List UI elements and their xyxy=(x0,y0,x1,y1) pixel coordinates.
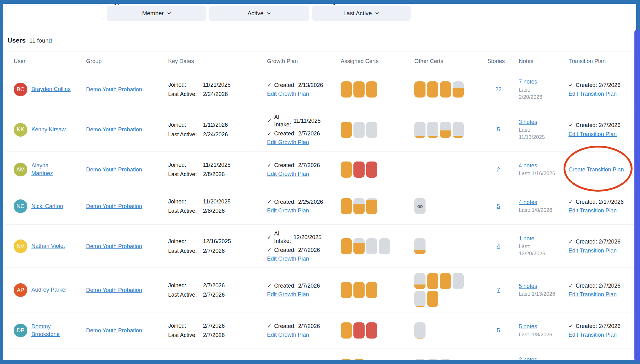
column-header: Assigned Certs xyxy=(341,58,414,65)
notes-last-date: Last: 1/8/2026 xyxy=(519,331,569,339)
group-link[interactable]: Demo Youth Probation xyxy=(86,287,142,293)
table-header-row: UserGroupKey DatesGrowth PlanAssigned Ce… xyxy=(6,52,634,71)
check-icon: ✓ xyxy=(569,81,573,89)
avatar: NV xyxy=(14,239,27,253)
check-icon: ✓ xyxy=(267,81,272,89)
check-icon: ✓ xyxy=(267,246,272,254)
users-count: 11 found xyxy=(29,37,52,44)
notes-link[interactable]: 7 notes xyxy=(519,79,537,85)
growth-plan-status: ✓Created:2/7/2026 xyxy=(267,282,341,289)
user-name-link[interactable]: Alayna Martinez xyxy=(31,162,71,177)
transition-plan-status: ✓Created: 2/7/2026 xyxy=(569,81,631,89)
last-active-label: Last Active: xyxy=(168,171,203,178)
growth-plan-status: ✓AI Intake:12/20/2025 xyxy=(267,230,341,245)
assigned-certs xyxy=(341,162,414,178)
joined-date: 12/16/2025 xyxy=(203,238,231,245)
cert-pill xyxy=(341,198,352,214)
edit-growth-plan-link[interactable]: Edit Growth Plan xyxy=(267,139,309,145)
cert-pill xyxy=(414,81,426,98)
stories-count-link[interactable]: 5 xyxy=(497,327,500,334)
notes-link[interactable]: 4 notes xyxy=(519,162,537,169)
joined-date: 11/21/2025 xyxy=(203,161,231,169)
notes-link[interactable]: 1 note xyxy=(519,235,534,242)
cert-pill xyxy=(341,282,352,298)
joined-label: Joined: xyxy=(168,238,203,245)
notes-link[interactable]: 3 notes xyxy=(519,119,537,125)
cert-pill xyxy=(414,198,426,214)
column-header: Group xyxy=(86,58,168,65)
cert-pill xyxy=(427,291,438,307)
transition-plan-link[interactable]: Edit Transition Plan xyxy=(569,291,617,298)
user-name-link[interactable]: Dommy Brookstone xyxy=(31,323,71,338)
stories-count-link[interactable]: 7 xyxy=(497,287,500,293)
search-input[interactable] xyxy=(6,6,104,20)
last-active-date: 2/8/2026 xyxy=(203,207,225,215)
status-dropdown[interactable]: Active xyxy=(209,6,309,21)
joined-date: 2/7/2026 xyxy=(203,322,225,330)
stories-count-link[interactable]: 5 xyxy=(497,203,500,209)
vertical-scrollbar-thumb[interactable] xyxy=(634,30,640,362)
transition-plan-status: ✓Created: 2/7/2026 xyxy=(569,282,631,289)
group-link[interactable]: Demo Youth Probation xyxy=(86,126,142,133)
transition-plan-link[interactable]: Edit Transition Plan xyxy=(569,91,617,97)
check-icon: ✓ xyxy=(267,282,272,289)
cert-pill xyxy=(341,122,352,138)
stories-count-link[interactable]: 4 xyxy=(497,243,500,249)
group-link[interactable]: Demo Youth Probation xyxy=(86,86,142,93)
sort-by-dropdown[interactable]: Last Active xyxy=(312,6,411,21)
last-active-date: 2/8/2026 xyxy=(203,171,225,178)
stories-count-link[interactable]: 5 xyxy=(497,126,500,133)
column-header: User xyxy=(14,58,86,65)
other-certs xyxy=(414,238,487,254)
edit-growth-plan-link[interactable]: Edit Growth Plan xyxy=(267,207,309,214)
cert-pill xyxy=(366,81,377,98)
notes-link[interactable]: 5 notes xyxy=(519,323,537,330)
stories-count-link[interactable]: 2 xyxy=(497,166,500,173)
last-active-date: 2/7/2026 xyxy=(203,331,225,339)
cert-pill xyxy=(366,282,377,298)
transition-plan-link[interactable]: Edit Transition Plan xyxy=(569,207,617,214)
last-active-label: Last Active: xyxy=(168,247,203,255)
edit-growth-plan-link[interactable]: Edit Growth Plan xyxy=(267,256,309,262)
user-name-link[interactable]: Audrey Parker xyxy=(31,286,67,294)
edit-growth-plan-link[interactable]: Edit Growth Plan xyxy=(267,171,309,177)
notes-link[interactable]: 4 notes xyxy=(519,199,537,205)
transition-plan-link[interactable]: Create Transition Plan xyxy=(569,166,624,173)
assigned-certs xyxy=(341,122,414,138)
group-link[interactable]: Demo Youth Probation xyxy=(86,166,142,173)
edit-growth-plan-link[interactable]: Edit Growth Plan xyxy=(267,332,309,338)
type-dropdown[interactable]: Member xyxy=(107,6,206,21)
table-row: AP Audrey Parker Demo Youth Probation Jo… xyxy=(6,267,634,312)
joined-label: Joined: xyxy=(168,282,203,289)
users-heading: Users 11 found xyxy=(7,37,640,44)
transition-plan-link[interactable]: Edit Transition Plan xyxy=(569,248,617,254)
transition-plan-link[interactable]: Edit Transition Plan xyxy=(569,131,617,137)
edit-growth-plan-link[interactable]: Edit Growth Plan xyxy=(267,91,309,97)
other-certs xyxy=(414,322,487,339)
group-link[interactable]: Demo Youth Probation xyxy=(86,243,142,249)
avatar: AP xyxy=(14,283,27,297)
user-name-link[interactable]: Nathan Violet xyxy=(31,242,65,250)
user-name-link[interactable]: Kenny Kirsaw xyxy=(31,126,66,134)
avatar: DP xyxy=(14,324,27,337)
cert-pill xyxy=(353,81,365,98)
check-icon: ✓ xyxy=(569,121,573,129)
user-name-link[interactable]: Brayden Collins xyxy=(31,85,71,93)
last-active-label: Last Active: xyxy=(168,207,203,215)
cert-pill xyxy=(366,122,377,138)
transition-plan-link[interactable]: Edit Transition Plan xyxy=(569,332,617,338)
cert-pill xyxy=(341,322,352,339)
user-name-link[interactable]: Nicki Carlton xyxy=(31,202,63,210)
cert-pill xyxy=(453,122,464,138)
notes-link[interactable]: 5 notes xyxy=(519,283,537,289)
cert-pill xyxy=(366,162,377,178)
growth-plan-status: ✓Created:2/7/2026 xyxy=(267,130,341,137)
group-link[interactable]: Demo Youth Probation xyxy=(86,203,142,209)
cert-pill xyxy=(414,291,426,307)
column-header: Transition Plan xyxy=(569,58,634,65)
other-certs xyxy=(414,273,487,307)
group-link[interactable]: Demo Youth Probation xyxy=(86,327,142,334)
stories-count-link[interactable]: 22 xyxy=(495,86,501,93)
edit-growth-plan-link[interactable]: Edit Growth Plan xyxy=(267,291,309,298)
avatar: AM xyxy=(14,163,27,176)
